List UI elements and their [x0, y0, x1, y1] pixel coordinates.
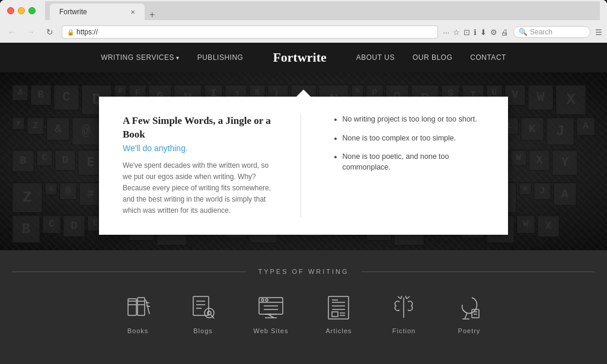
nav-writing-services[interactable]: WRITING SERVICES: [101, 53, 180, 62]
svg-line-7: [146, 306, 150, 306]
icon-label-web sites: Web Sites: [254, 327, 289, 334]
settings-icon[interactable]: ⚙: [490, 28, 497, 37]
nav-publishing[interactable]: PUBLISHING: [197, 53, 244, 62]
card-divider: [301, 114, 301, 216]
icons-row: Books Blogs Web Sites Articles Fiction: [12, 293, 595, 334]
left-divider: [12, 272, 246, 272]
forward-button[interactable]: →: [24, 25, 38, 39]
svg-rect-33: [472, 309, 479, 318]
card-subtitle: We'll do anything.: [123, 143, 277, 153]
tab-title: Fortwrite: [59, 8, 87, 16]
svg-point-10: [207, 311, 211, 315]
close-button[interactable]: [7, 7, 14, 14]
download-icon[interactable]: ⬇: [480, 28, 487, 37]
card-title: A Few Simple Words, a Jingle or a Book: [123, 114, 277, 141]
svg-rect-28: [332, 312, 338, 317]
search-placeholder: Search: [530, 28, 552, 36]
icon-label-blogs: Blogs: [193, 327, 213, 334]
site-logo[interactable]: Fortwrite: [273, 50, 326, 65]
more-icon[interactable]: ···: [443, 28, 449, 37]
titlebar: Fortwrite ✕ +: [0, 0, 607, 21]
fiction-icon: [389, 293, 418, 323]
print-icon[interactable]: 🖨: [501, 28, 509, 37]
icon-item-web-sites[interactable]: Web Sites: [254, 293, 289, 334]
lock-icon: 🔒: [67, 29, 74, 36]
bullet-item: None is too poetic, and none too commonp…: [343, 152, 485, 173]
content-card: A Few Simple Words, a Jingle or a Book W…: [99, 97, 508, 234]
pocket-icon[interactable]: ☆: [453, 28, 460, 37]
reader-icon[interactable]: ⊡: [464, 28, 470, 37]
svg-rect-24: [328, 296, 349, 319]
address-bar: ← → ↻ 🔒 https:// ··· ☆ ⊡ ℹ ⬇ ⚙ 🖨 🔍 Searc…: [0, 21, 607, 43]
maximize-button[interactable]: [28, 7, 36, 14]
icon-label-articles: Articles: [325, 327, 352, 334]
icon-item-articles[interactable]: Articles: [324, 293, 353, 334]
tab-bar: Fortwrite ✕ +: [45, 1, 600, 20]
icon-item-blogs[interactable]: Blogs: [189, 293, 218, 334]
active-tab[interactable]: Fortwrite ✕: [50, 4, 145, 20]
bullet-item: None is too complex or too simple.: [343, 133, 485, 144]
bullet-list: No writing project is too long or too sh…: [331, 114, 485, 173]
svg-line-6: [146, 302, 149, 303]
icon-label-books: Books: [127, 327, 149, 334]
right-divider: [361, 272, 595, 272]
icon-label-poetry: Poetry: [458, 327, 481, 334]
svg-rect-8: [193, 296, 209, 315]
new-tab-button[interactable]: +: [145, 9, 159, 20]
section-header: TYPES OF WRITING: [12, 268, 595, 275]
nav-about-us[interactable]: ABOUT US: [356, 53, 395, 62]
hero-section: ABCDEFGHIJKLMNOPQRSTUVWXYZ&@#$83RATMBXQZ…: [0, 72, 607, 250]
icon-item-poetry[interactable]: Poetry: [454, 293, 484, 334]
url-text: https://: [76, 28, 433, 36]
search-bar[interactable]: 🔍 Search: [513, 26, 590, 38]
info-icon[interactable]: ℹ: [474, 28, 477, 37]
nav-contact[interactable]: CONTACT: [470, 53, 506, 62]
website: WRITING SERVICES PUBLISHING Fortwrite AB…: [0, 43, 607, 364]
nav-our-blog[interactable]: OUR BLOG: [413, 53, 452, 62]
search-icon: 🔍: [519, 28, 528, 36]
refresh-button[interactable]: ↻: [43, 25, 57, 39]
icon-item-fiction[interactable]: Fiction: [389, 293, 418, 334]
browser-window: Fortwrite ✕ + ← → ↻ 🔒 https:// ··· ☆ ⊡ ℹ…: [0, 0, 607, 43]
svg-point-18: [266, 299, 268, 301]
card-right: No writing project is too long or too sh…: [325, 114, 485, 216]
url-bar[interactable]: 🔒 https://: [62, 25, 438, 39]
books-icon: [123, 293, 153, 323]
menu-icon[interactable]: ☰: [595, 28, 602, 37]
site-navigation: WRITING SERVICES PUBLISHING Fortwrite AB…: [0, 43, 607, 72]
icon-label-fiction: Fiction: [392, 327, 416, 334]
websites-icon: [256, 293, 286, 323]
articles-icon: [324, 293, 353, 323]
toolbar-icons: ··· ☆ ⊡ ℹ ⬇ ⚙ 🖨: [443, 28, 509, 37]
tab-close-icon[interactable]: ✕: [130, 9, 135, 15]
svg-line-20: [268, 314, 274, 318]
bullet-item: No writing project is too long or too sh…: [343, 114, 485, 125]
card-body: We've spent decades with the written wor…: [123, 160, 277, 217]
bottom-section: TYPES OF WRITING Books Blogs Web Sites: [0, 250, 607, 364]
section-title: TYPES OF WRITING: [246, 268, 360, 275]
minimize-button[interactable]: [18, 7, 25, 14]
svg-rect-1: [138, 298, 145, 315]
svg-point-17: [261, 299, 264, 301]
traffic-lights: [7, 7, 36, 14]
blogs-icon: [189, 293, 218, 323]
back-button[interactable]: ←: [5, 25, 19, 39]
card-left: A Few Simple Words, a Jingle or a Book W…: [123, 114, 277, 216]
poetry-icon: [454, 293, 484, 323]
icon-item-books[interactable]: Books: [123, 293, 153, 334]
